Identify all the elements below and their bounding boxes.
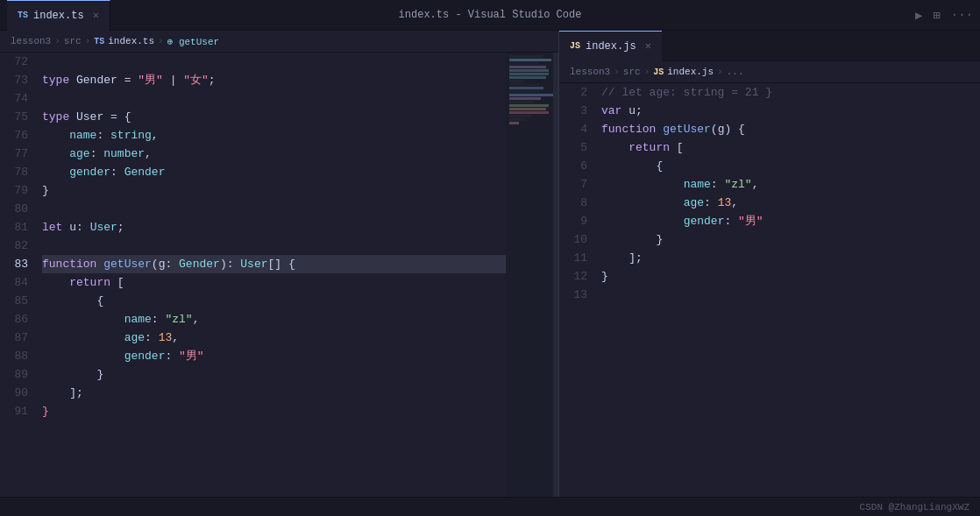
line-91: } <box>42 402 506 421</box>
tab-group-left: TS index.ts ✕ <box>7 0 110 31</box>
line-75: type User = { <box>42 108 506 126</box>
tab-close-index-ts[interactable]: ✕ <box>93 9 99 22</box>
line-80 <box>42 200 506 218</box>
r-line-11: ]; <box>601 249 980 267</box>
line-79: } <box>42 181 506 200</box>
editor-left: lesson3 › src › TS index.ts › ⊕ getUser … <box>0 31 559 497</box>
code-area-right[interactable]: 2 3 4 5 6 7 8 9 10 11 12 13 // let age: … <box>559 83 980 497</box>
breadcrumb-js-icon: JS <box>653 67 664 77</box>
tab-label-index-ts: index.ts <box>33 10 84 22</box>
line-73: type Gender = "男" | "女"; <box>42 71 506 89</box>
right-tab-bar: JS index.js ✕ <box>559 31 980 61</box>
line-78: gender: Gender <box>42 163 506 181</box>
line-87: age: 13, <box>42 329 506 347</box>
more-button[interactable]: ··· <box>951 8 973 22</box>
breadcrumb-right: lesson3 › src › JS index.js › ... <box>559 61 980 83</box>
editor-right: JS index.js ✕ lesson3 › src › JS index.j… <box>559 31 980 497</box>
breadcrumb-r-lesson3: lesson3 <box>570 67 610 77</box>
tab-close-index-js[interactable]: ✕ <box>645 39 651 53</box>
breadcrumb-file-js: index.js <box>667 67 714 77</box>
breadcrumb-r-src: src <box>623 67 641 77</box>
r-line-12: } <box>601 267 980 286</box>
tab-index-js[interactable]: JS index.js ✕ <box>559 31 662 61</box>
r-line-10: } <box>601 230 980 249</box>
r-line-8: age: 13, <box>601 194 980 212</box>
tab-index-ts[interactable]: TS index.ts ✕ <box>7 0 110 31</box>
line-90: ]; <box>42 384 506 402</box>
run-button[interactable]: ▶ <box>915 8 922 23</box>
line-89: } <box>42 365 506 384</box>
line-76: name: string, <box>42 126 506 145</box>
breadcrumb-lesson3: lesson3 <box>11 36 51 46</box>
split-button[interactable]: ⊞ <box>933 8 940 23</box>
line-74 <box>42 89 506 108</box>
code-content-right[interactable]: // let age: string = 21 } var u; functio… <box>594 83 980 497</box>
breadcrumb-r-ellipsis: ... <box>727 67 744 77</box>
r-line-4: function getUser(g) { <box>601 120 980 138</box>
line-86: name: "zl", <box>42 310 506 329</box>
breadcrumb-file-ts: index.ts <box>108 36 154 46</box>
js-icon: JS <box>570 41 580 51</box>
breadcrumb-left: lesson3 › src › TS index.ts › ⊕ getUser <box>0 31 558 53</box>
line-72 <box>42 53 506 71</box>
r-line-3: var u; <box>601 102 980 120</box>
r-line-6: { <box>601 157 980 175</box>
r-line-7: name: "zl", <box>601 175 980 194</box>
title-bar-actions: ▶ ⊞ ··· <box>915 8 973 23</box>
breadcrumb-src: src <box>64 36 82 46</box>
r-line-5: return [ <box>601 138 980 157</box>
minimap-visible-area <box>506 53 558 497</box>
title-bar: TS index.ts ✕ index.ts - Visual Studio C… <box>0 0 980 31</box>
ts-icon: TS <box>18 11 28 20</box>
line-88: gender: "男" <box>42 347 506 365</box>
r-line-2: // let age: string = 21 } <box>601 83 980 102</box>
breadcrumb-ts-icon: TS <box>94 37 104 46</box>
line-82 <box>42 237 506 255</box>
main-content: lesson3 › src › TS index.ts › ⊕ getUser … <box>0 31 980 497</box>
code-area-left[interactable]: 72 73 74 75 76 77 78 79 80 81 82 83 84 8… <box>0 53 558 497</box>
breadcrumb-getuser: ⊕ getUser <box>167 36 219 47</box>
window-title: index.ts - Visual Studio Code <box>399 9 582 21</box>
line-84: return [ <box>42 273 506 292</box>
tab-label-index-js: index.js <box>586 40 636 53</box>
line-85: { <box>42 292 506 310</box>
r-line-9: gender: "男" <box>601 212 980 230</box>
minimap-left <box>506 53 558 497</box>
line-81: let u: User; <box>42 218 506 237</box>
status-bar: CSDN @ZhangLiangXWZ <box>0 497 980 516</box>
code-content-left[interactable]: type Gender = "男" | "女"; type User = { n… <box>35 53 506 497</box>
line-83: function getUser(g: Gender): User[] { <box>42 255 506 273</box>
line-77: age: number, <box>42 145 506 163</box>
r-line-13 <box>601 286 980 304</box>
attribution: CSDN @ZhangLiangXWZ <box>860 502 969 512</box>
line-numbers-left: 72 73 74 75 76 77 78 79 80 81 82 83 84 8… <box>0 53 35 497</box>
line-numbers-right: 2 3 4 5 6 7 8 9 10 11 12 13 <box>559 83 594 497</box>
